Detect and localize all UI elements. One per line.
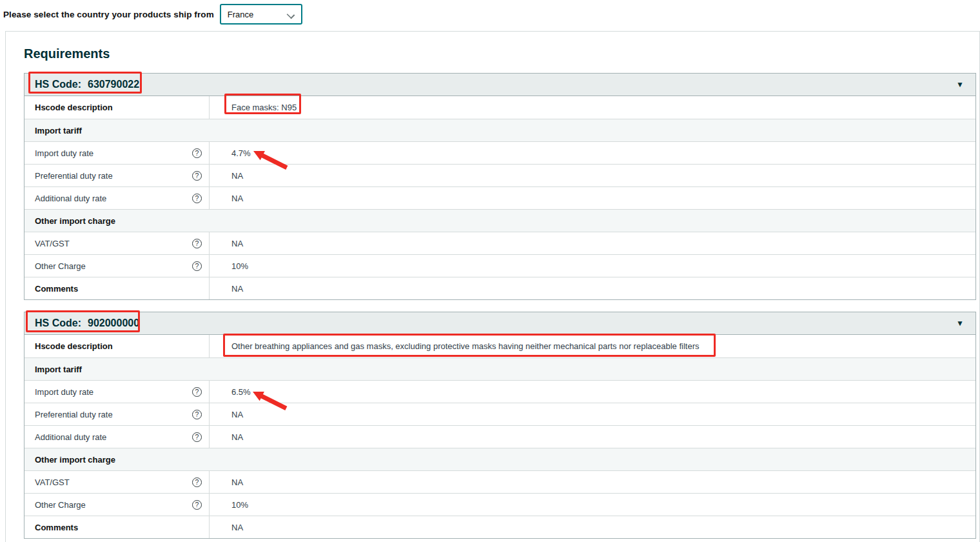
field-row: Import duty rate?4.7%: [24, 141, 975, 164]
field-value: NA: [231, 194, 243, 203]
field-label-cell: Comments: [24, 516, 210, 538]
help-icon[interactable]: ?: [192, 239, 202, 248]
hs-code-panel: HS Code: 902000000 ▼ Hscode descriptionO…: [24, 312, 976, 539]
field-row: Preferential duty rate?NA: [24, 403, 975, 425]
section-label: Import tariff: [24, 358, 975, 380]
section-header-row: Import tariff: [24, 119, 975, 141]
field-label: Other Charge: [35, 500, 86, 510]
field-row: VAT/GST?NA: [24, 470, 975, 493]
field-value-cell: NA: [210, 426, 975, 448]
field-label-cell: Hscode description: [24, 335, 210, 357]
field-value: NA: [231, 523, 243, 532]
collapse-icon[interactable]: ▼: [956, 319, 964, 327]
field-value-cell: NA: [210, 516, 975, 538]
field-value-cell: NA: [210, 232, 975, 254]
section-label: Other import charge: [24, 448, 975, 470]
field-value: NA: [231, 239, 243, 248]
field-value-cell: NA: [210, 403, 975, 425]
help-icon[interactable]: ?: [192, 148, 202, 158]
field-value: NA: [231, 171, 243, 181]
field-value: NA: [231, 477, 243, 487]
field-label: Import duty rate: [35, 387, 93, 397]
field-label-cell: Hscode description: [24, 96, 210, 119]
section-label: Other import charge: [24, 210, 975, 232]
requirements-panels: HS Code: 630790022 ▼ Hscode descriptionF…: [6, 73, 979, 539]
hs-code-panel-header[interactable]: HS Code: 630790022 ▼: [24, 73, 976, 96]
hs-code-label: HS Code:: [35, 79, 81, 90]
country-select-value: France: [228, 10, 253, 19]
field-row: CommentsNA: [24, 277, 975, 299]
section-header-row: Other import charge: [24, 448, 975, 470]
field-label-cell: Other Charge?: [24, 494, 210, 516]
help-icon[interactable]: ?: [192, 500, 202, 510]
help-icon[interactable]: ?: [192, 477, 202, 487]
field-row: Hscode descriptionFace masks: N95: [24, 96, 975, 119]
panel-rows: Hscode descriptionFace masks: N95Import …: [24, 96, 976, 300]
help-icon[interactable]: ?: [192, 432, 202, 442]
hs-code-panel: HS Code: 630790022 ▼ Hscode descriptionF…: [24, 73, 976, 300]
help-icon[interactable]: ?: [192, 387, 202, 397]
field-label: Comments: [35, 523, 78, 532]
field-label: VAT/GST: [35, 239, 70, 248]
field-value: 10%: [231, 261, 248, 271]
field-value-cell: 10%: [210, 494, 975, 516]
country-select[interactable]: France: [220, 4, 302, 25]
field-value: 10%: [231, 500, 248, 510]
field-label: Additional duty rate: [35, 432, 106, 442]
field-value-cell: NA: [210, 277, 975, 299]
section-label: Import tariff: [24, 119, 975, 141]
field-label-cell: Preferential duty rate?: [24, 165, 210, 186]
field-value: 4.7%: [231, 148, 251, 158]
field-label-cell: Preferential duty rate?: [24, 403, 210, 425]
country-select-label: Please select the country your products …: [3, 10, 214, 19]
field-label-cell: Import duty rate?: [24, 142, 210, 164]
field-value-cell: 4.7%: [210, 142, 975, 164]
field-row: Import duty rate?6.5%: [24, 380, 975, 403]
field-value-cell: NA: [210, 471, 975, 493]
requirements-card: Requirements HS Code: 630790022 ▼ Hscode…: [5, 31, 980, 542]
field-label: Import duty rate: [35, 148, 93, 158]
country-selector-bar: Please select the country your products …: [0, 0, 980, 28]
field-label-cell: Import duty rate?: [24, 381, 210, 403]
help-icon[interactable]: ?: [192, 171, 202, 181]
field-row: Additional duty rate?NA: [24, 186, 975, 209]
field-value-cell: Face masks: N95: [210, 96, 975, 119]
field-row: VAT/GST?NA: [24, 232, 975, 254]
field-value: Face masks: N95: [231, 103, 297, 112]
field-label: Other Charge: [35, 261, 86, 271]
hs-code-panel-header[interactable]: HS Code: 902000000 ▼: [24, 312, 976, 335]
field-label: Comments: [35, 284, 78, 294]
field-label-cell: Additional duty rate?: [24, 187, 210, 209]
hs-code-value: 630790022: [88, 79, 139, 90]
field-label-cell: Other Charge?: [24, 255, 210, 277]
field-value: NA: [231, 410, 243, 419]
help-icon[interactable]: ?: [192, 194, 202, 203]
field-value-cell: 10%: [210, 255, 975, 277]
field-value-cell: Other breathing appliances and gas masks…: [210, 335, 975, 357]
chevron-down-icon: [287, 10, 295, 18]
field-value: 6.5%: [231, 387, 251, 397]
hs-code-label: HS Code:: [35, 317, 81, 329]
field-value: Other breathing appliances and gas masks…: [231, 341, 700, 351]
field-label-cell: Additional duty rate?: [24, 426, 210, 448]
field-row: Additional duty rate?NA: [24, 425, 975, 448]
field-label-cell: VAT/GST?: [24, 471, 210, 493]
collapse-icon[interactable]: ▼: [956, 81, 964, 88]
field-value-cell: 6.5%: [210, 381, 975, 403]
section-header-row: Import tariff: [24, 357, 975, 380]
field-row: Other Charge?10%: [24, 254, 975, 277]
field-label: VAT/GST: [35, 477, 70, 487]
section-header-row: Other import charge: [24, 209, 975, 232]
help-icon[interactable]: ?: [192, 261, 202, 271]
help-icon[interactable]: ?: [192, 410, 202, 419]
field-value-cell: NA: [210, 165, 975, 186]
field-row: Other Charge?10%: [24, 493, 975, 516]
field-label: Hscode description: [35, 341, 113, 351]
field-label: Preferential duty rate: [35, 410, 113, 419]
hs-code-value: 902000000: [88, 317, 139, 329]
field-value: NA: [231, 284, 243, 294]
field-label: Preferential duty rate: [35, 171, 113, 181]
panel-rows: Hscode descriptionOther breathing applia…: [24, 335, 976, 539]
field-value: NA: [231, 432, 243, 442]
field-label: Additional duty rate: [35, 194, 106, 203]
